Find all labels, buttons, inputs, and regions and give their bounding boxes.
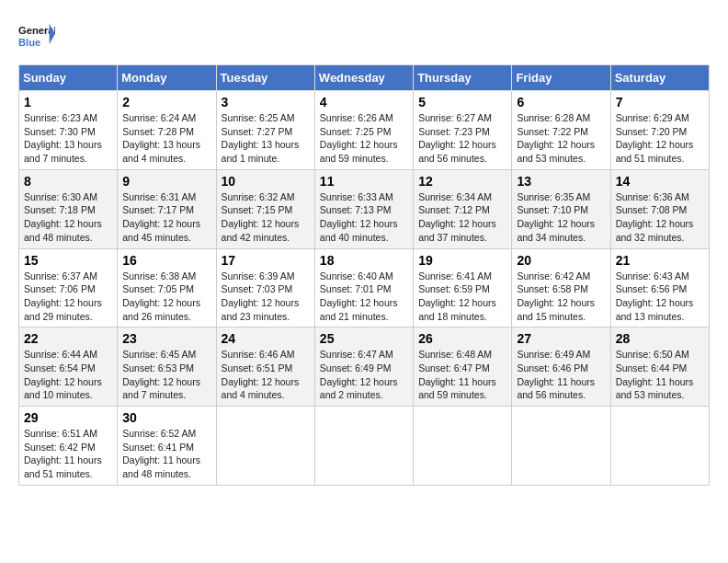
day-info: Sunrise: 6:30 AM Sunset: 7:18 PM Dayligh… bbox=[24, 190, 112, 245]
day-info: Sunrise: 6:27 AM Sunset: 7:23 PM Dayligh… bbox=[418, 111, 506, 166]
day-info: Sunrise: 6:32 AM Sunset: 7:15 PM Dayligh… bbox=[222, 190, 310, 245]
week-row-4: 22Sunrise: 6:44 AM Sunset: 6:54 PM Dayli… bbox=[19, 327, 710, 407]
calendar-body: 1Sunrise: 6:23 AM Sunset: 7:30 PM Daylig… bbox=[19, 91, 710, 486]
day-header-wednesday: Wednesday bbox=[314, 65, 413, 91]
day-number: 4 bbox=[320, 95, 408, 109]
calendar-cell: 2Sunrise: 6:24 AM Sunset: 7:28 PM Daylig… bbox=[118, 91, 216, 170]
day-number: 13 bbox=[517, 174, 605, 189]
calendar-cell: 19Sunrise: 6:41 AM Sunset: 6:59 PM Dayli… bbox=[414, 248, 512, 327]
day-number: 5 bbox=[418, 95, 506, 109]
calendar-cell: 22Sunrise: 6:44 AM Sunset: 6:54 PM Dayli… bbox=[19, 327, 118, 407]
calendar-cell: 20Sunrise: 6:42 AM Sunset: 6:58 PM Dayli… bbox=[512, 248, 610, 327]
day-info: Sunrise: 6:51 AM Sunset: 6:42 PM Dayligh… bbox=[24, 427, 112, 481]
calendar-cell bbox=[512, 407, 610, 486]
calendar-cell bbox=[216, 407, 314, 486]
week-row-5: 29Sunrise: 6:51 AM Sunset: 6:42 PM Dayli… bbox=[19, 407, 710, 486]
calendar-cell: 25Sunrise: 6:47 AM Sunset: 6:49 PM Dayli… bbox=[314, 327, 413, 407]
calendar-cell: 24Sunrise: 6:46 AM Sunset: 6:51 PM Dayli… bbox=[216, 327, 314, 407]
day-number: 25 bbox=[320, 331, 408, 346]
calendar-cell: 13Sunrise: 6:35 AM Sunset: 7:10 PM Dayli… bbox=[512, 169, 610, 248]
day-number: 3 bbox=[222, 95, 310, 109]
day-number: 23 bbox=[122, 331, 210, 346]
day-info: Sunrise: 6:33 AM Sunset: 7:13 PM Dayligh… bbox=[320, 190, 408, 245]
calendar-cell: 23Sunrise: 6:45 AM Sunset: 6:53 PM Dayli… bbox=[118, 327, 216, 407]
day-info: Sunrise: 6:29 AM Sunset: 7:20 PM Dayligh… bbox=[616, 111, 704, 166]
calendar-cell: 1Sunrise: 6:23 AM Sunset: 7:30 PM Daylig… bbox=[19, 91, 118, 170]
day-info: Sunrise: 6:42 AM Sunset: 6:58 PM Dayligh… bbox=[517, 270, 605, 324]
day-info: Sunrise: 6:43 AM Sunset: 6:56 PM Dayligh… bbox=[616, 270, 704, 324]
day-number: 1 bbox=[24, 95, 112, 109]
day-number: 14 bbox=[616, 174, 704, 189]
calendar-cell: 29Sunrise: 6:51 AM Sunset: 6:42 PM Dayli… bbox=[19, 407, 118, 486]
day-number: 11 bbox=[320, 174, 408, 189]
day-info: Sunrise: 6:48 AM Sunset: 6:47 PM Dayligh… bbox=[418, 348, 506, 402]
day-number: 30 bbox=[122, 410, 210, 425]
header: General Blue bbox=[18, 18, 710, 55]
calendar-cell: 11Sunrise: 6:33 AM Sunset: 7:13 PM Dayli… bbox=[314, 169, 413, 248]
calendar-cell: 8Sunrise: 6:30 AM Sunset: 7:18 PM Daylig… bbox=[19, 169, 118, 248]
calendar-cell: 16Sunrise: 6:38 AM Sunset: 7:05 PM Dayli… bbox=[118, 248, 216, 327]
day-info: Sunrise: 6:46 AM Sunset: 6:51 PM Dayligh… bbox=[222, 348, 310, 402]
day-info: Sunrise: 6:39 AM Sunset: 7:03 PM Dayligh… bbox=[222, 270, 310, 324]
day-number: 9 bbox=[122, 174, 210, 189]
week-row-2: 8Sunrise: 6:30 AM Sunset: 7:18 PM Daylig… bbox=[19, 169, 710, 248]
day-header-saturday: Saturday bbox=[610, 65, 709, 91]
calendar-cell: 17Sunrise: 6:39 AM Sunset: 7:03 PM Dayli… bbox=[216, 248, 314, 327]
day-number: 12 bbox=[418, 174, 506, 189]
day-number: 6 bbox=[517, 95, 605, 109]
day-info: Sunrise: 6:24 AM Sunset: 7:28 PM Dayligh… bbox=[122, 111, 210, 166]
calendar-header-row: SundayMondayTuesdayWednesdayThursdayFrid… bbox=[19, 65, 710, 91]
day-number: 19 bbox=[418, 253, 506, 268]
calendar-cell: 3Sunrise: 6:25 AM Sunset: 7:27 PM Daylig… bbox=[216, 91, 314, 170]
calendar-cell: 26Sunrise: 6:48 AM Sunset: 6:47 PM Dayli… bbox=[414, 327, 512, 407]
calendar-cell: 9Sunrise: 6:31 AM Sunset: 7:17 PM Daylig… bbox=[118, 169, 216, 248]
day-info: Sunrise: 6:40 AM Sunset: 7:01 PM Dayligh… bbox=[320, 270, 408, 324]
calendar-table: SundayMondayTuesdayWednesdayThursdayFrid… bbox=[18, 64, 710, 486]
calendar-cell: 6Sunrise: 6:28 AM Sunset: 7:22 PM Daylig… bbox=[512, 91, 610, 170]
calendar-cell: 30Sunrise: 6:52 AM Sunset: 6:41 PM Dayli… bbox=[118, 407, 216, 486]
day-number: 10 bbox=[222, 174, 310, 189]
calendar-cell: 14Sunrise: 6:36 AM Sunset: 7:08 PM Dayli… bbox=[610, 169, 709, 248]
calendar-cell: 4Sunrise: 6:26 AM Sunset: 7:25 PM Daylig… bbox=[314, 91, 413, 170]
day-number: 24 bbox=[222, 331, 310, 346]
calendar-cell: 5Sunrise: 6:27 AM Sunset: 7:23 PM Daylig… bbox=[414, 91, 512, 170]
day-info: Sunrise: 6:26 AM Sunset: 7:25 PM Dayligh… bbox=[320, 111, 408, 166]
day-number: 28 bbox=[616, 331, 704, 346]
calendar-cell bbox=[414, 407, 512, 486]
day-number: 29 bbox=[24, 410, 112, 425]
day-number: 15 bbox=[24, 253, 112, 268]
day-header-thursday: Thursday bbox=[414, 65, 512, 91]
day-info: Sunrise: 6:49 AM Sunset: 6:46 PM Dayligh… bbox=[517, 348, 605, 402]
day-number: 22 bbox=[24, 331, 112, 346]
calendar-cell: 7Sunrise: 6:29 AM Sunset: 7:20 PM Daylig… bbox=[610, 91, 709, 170]
svg-text:Blue: Blue bbox=[18, 37, 40, 48]
day-info: Sunrise: 6:23 AM Sunset: 7:30 PM Dayligh… bbox=[24, 111, 112, 166]
day-number: 27 bbox=[517, 331, 605, 346]
day-number: 18 bbox=[320, 253, 408, 268]
logo-icon: General Blue bbox=[18, 18, 55, 55]
day-info: Sunrise: 6:25 AM Sunset: 7:27 PM Dayligh… bbox=[222, 111, 310, 166]
day-info: Sunrise: 6:28 AM Sunset: 7:22 PM Dayligh… bbox=[517, 111, 605, 166]
day-info: Sunrise: 6:41 AM Sunset: 6:59 PM Dayligh… bbox=[418, 270, 506, 324]
day-number: 8 bbox=[24, 174, 112, 189]
day-number: 2 bbox=[122, 95, 210, 109]
day-info: Sunrise: 6:31 AM Sunset: 7:17 PM Dayligh… bbox=[122, 190, 210, 245]
day-info: Sunrise: 6:34 AM Sunset: 7:12 PM Dayligh… bbox=[418, 190, 506, 245]
calendar-cell: 10Sunrise: 6:32 AM Sunset: 7:15 PM Dayli… bbox=[216, 169, 314, 248]
day-info: Sunrise: 6:44 AM Sunset: 6:54 PM Dayligh… bbox=[24, 348, 112, 402]
day-info: Sunrise: 6:47 AM Sunset: 6:49 PM Dayligh… bbox=[320, 348, 408, 402]
day-number: 17 bbox=[222, 253, 310, 268]
day-header-monday: Monday bbox=[118, 65, 216, 91]
logo: General Blue bbox=[18, 18, 55, 55]
day-header-sunday: Sunday bbox=[19, 65, 118, 91]
day-info: Sunrise: 6:50 AM Sunset: 6:44 PM Dayligh… bbox=[616, 348, 704, 402]
calendar-cell: 15Sunrise: 6:37 AM Sunset: 7:06 PM Dayli… bbox=[19, 248, 118, 327]
calendar-cell: 12Sunrise: 6:34 AM Sunset: 7:12 PM Dayli… bbox=[414, 169, 512, 248]
calendar-cell bbox=[610, 407, 709, 486]
day-number: 7 bbox=[616, 95, 704, 109]
week-row-1: 1Sunrise: 6:23 AM Sunset: 7:30 PM Daylig… bbox=[19, 91, 710, 170]
day-info: Sunrise: 6:35 AM Sunset: 7:10 PM Dayligh… bbox=[517, 190, 605, 245]
calendar-cell: 27Sunrise: 6:49 AM Sunset: 6:46 PM Dayli… bbox=[512, 327, 610, 407]
calendar-cell: 18Sunrise: 6:40 AM Sunset: 7:01 PM Dayli… bbox=[314, 248, 413, 327]
day-info: Sunrise: 6:38 AM Sunset: 7:05 PM Dayligh… bbox=[122, 270, 210, 324]
